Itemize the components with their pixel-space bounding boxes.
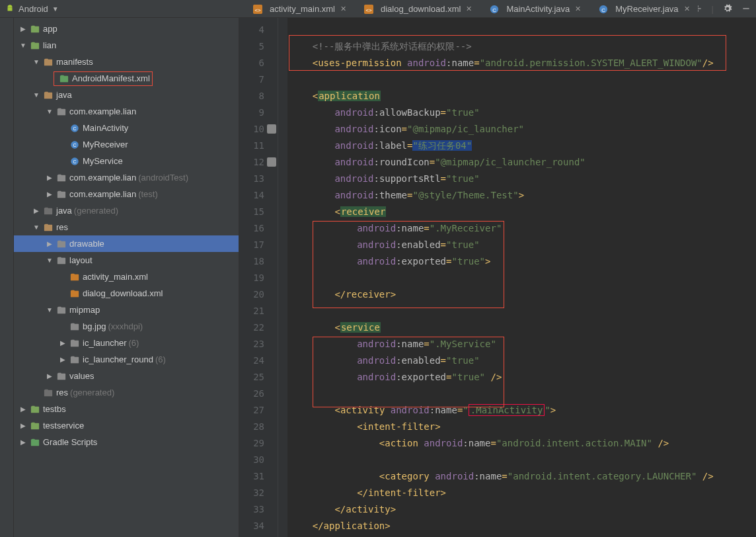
line-number: 22	[239, 319, 278, 336]
svg-rect-0	[8, 7, 13, 11]
expand-arrow-icon[interactable]: ▶	[19, 422, 27, 429]
line-number: 26	[239, 386, 278, 402]
gear-icon[interactable]	[723, 4, 732, 13]
tree-node[interactable]: res(generated)	[14, 384, 239, 401]
tree-node[interactable]: AndroidManifest.xml	[14, 70, 239, 87]
expand-arrow-icon[interactable]: ▼	[19, 42, 27, 49]
line-number: 6	[239, 55, 278, 71]
tree-node[interactable]: ▼com.example.lian	[14, 103, 239, 120]
tree-node[interactable]: ▶com.example.lian(androidTest)	[14, 169, 239, 186]
expand-arrow-icon[interactable]	[59, 157, 67, 165]
line-number: 21	[239, 303, 278, 319]
tree-node[interactable]: ▶ic_launcher(6)	[14, 335, 239, 351]
close-icon[interactable]: ✕	[340, 5, 346, 13]
line-number: 25	[239, 369, 278, 386]
expand-arrow-icon[interactable]: ▶	[59, 339, 67, 347]
expand-arrow-icon[interactable]	[59, 273, 67, 280]
line-number: 24	[239, 352, 278, 369]
svg-text:C: C	[73, 126, 76, 131]
project-selector[interactable]: Android ▼	[5, 4, 59, 14]
line-number: 11	[239, 138, 278, 154]
editor-tabs: <>activity_main.xml✕<>dialog_download.xm…	[243, 0, 698, 17]
tool-strip-left	[0, 18, 14, 537]
tree-node[interactable]: ▶testservice	[14, 417, 239, 434]
tree-node[interactable]: ▶app	[14, 21, 239, 37]
line-number: 9	[239, 104, 278, 121]
expand-arrow-icon[interactable]	[46, 75, 54, 82]
tree-node[interactable]: ▼lian	[14, 37, 239, 54]
line-number: 14	[239, 187, 278, 204]
expand-arrow-icon[interactable]: ▶	[32, 207, 40, 214]
line-number: 10	[239, 121, 278, 138]
project-tree[interactable]: ▶app▼lian▼manifests AndroidManifest.xml▼…	[14, 18, 239, 537]
tree-node[interactable]: ▶ic_launcher_round(6)	[14, 351, 239, 368]
close-icon[interactable]: ✕	[684, 5, 690, 13]
expand-arrow-icon[interactable]	[32, 389, 40, 396]
close-icon[interactable]: ✕	[575, 5, 581, 13]
line-number: 31	[239, 468, 278, 485]
tree-node[interactable]: CMyService	[14, 153, 239, 169]
expand-arrow-icon[interactable]: ▼	[32, 91, 40, 99]
close-icon[interactable]: ✕	[466, 5, 472, 13]
tree-node[interactable]: ▶Gradle Scripts	[14, 434, 239, 450]
svg-text:C: C	[73, 143, 76, 147]
expand-arrow-icon[interactable]	[59, 124, 67, 132]
tree-node[interactable]: ▶java(generated)	[14, 202, 239, 219]
expand-arrow-icon[interactable]: ▶	[46, 174, 54, 181]
line-number: 28	[239, 419, 278, 435]
tree-node[interactable]: ▼layout	[14, 252, 239, 268]
line-number: 4	[239, 22, 278, 38]
expand-arrow-icon[interactable]: ▼	[46, 108, 54, 115]
expand-arrow-icon[interactable]: ▶	[19, 438, 27, 446]
fold-column	[278, 18, 287, 537]
expand-arrow-icon[interactable]: ▶	[46, 190, 54, 198]
tree-node[interactable]: ▼manifests	[14, 54, 239, 70]
tree-node[interactable]: ▶drawable	[14, 235, 239, 252]
line-number: 8	[239, 88, 278, 104]
line-number: 19	[239, 270, 278, 286]
gutter-image-icon[interactable]	[267, 124, 276, 134]
code-editor[interactable]: <!--服务中弹出系统对话框的权限--> <uses-permission an…	[287, 18, 756, 537]
tree-node[interactable]: ▶testbs	[14, 401, 239, 417]
tree-node[interactable]: ▼mipmap	[14, 302, 239, 318]
editor-tab[interactable]: CMyReceiver.java✕	[589, 1, 696, 17]
android-icon	[5, 4, 15, 13]
minus-icon[interactable]	[741, 4, 751, 13]
tree-node[interactable]: activity_main.xml	[14, 268, 239, 285]
editor-tab[interactable]: <>dialog_download.xml✕	[354, 1, 478, 17]
tree-node[interactable]: CMyReceiver	[14, 136, 239, 153]
svg-text:<>: <>	[254, 7, 261, 13]
line-number: 13	[239, 171, 278, 187]
expand-arrow-icon[interactable]: ▶	[59, 356, 67, 363]
expand-arrow-icon[interactable]: ▼	[32, 58, 40, 65]
expand-arrow-icon[interactable]	[59, 323, 67, 330]
tree-node[interactable]: ▶values	[14, 368, 239, 384]
expand-arrow-icon[interactable]	[59, 290, 67, 297]
gutter-image-icon[interactable]	[267, 157, 276, 167]
tree-node[interactable]: dialog_download.xml	[14, 285, 239, 302]
svg-text:C: C	[493, 7, 497, 13]
tree-node[interactable]: ▶com.example.lian(test)	[14, 186, 239, 202]
expand-arrow-icon[interactable]: ▶	[46, 240, 54, 247]
line-number: 34	[239, 518, 278, 534]
line-number: 32	[239, 485, 278, 501]
tree-node[interactable]: ▼java	[14, 87, 239, 103]
expand-arrow-icon[interactable]	[59, 141, 67, 148]
expand-arrow-icon[interactable]: ▼	[32, 224, 40, 231]
editor-tab[interactable]: <>activity_main.xml✕	[243, 1, 353, 17]
expand-arrow-icon[interactable]: ▶	[19, 25, 27, 32]
tree-node[interactable]: ▼res	[14, 219, 239, 235]
line-number: 29	[239, 435, 278, 452]
chevron-down-icon: ▼	[52, 5, 59, 13]
expand-arrow-icon[interactable]: ▶	[19, 405, 27, 413]
editor-tab[interactable]: CMainActivity.java✕	[480, 1, 587, 17]
tab-label: MyReceiver.java	[615, 4, 678, 14]
expand-arrow-icon[interactable]: ▼	[46, 306, 54, 313]
line-number: 33	[239, 501, 278, 518]
expand-arrow-icon[interactable]: ▼	[46, 257, 54, 264]
expand-arrow-icon[interactable]: ▶	[46, 372, 54, 380]
project-name: Android	[19, 4, 48, 14]
tree-node[interactable]: bg.jpg(xxxhdpi)	[14, 318, 239, 335]
line-number: 17	[239, 237, 278, 253]
tree-node[interactable]: CMainActivity	[14, 120, 239, 136]
